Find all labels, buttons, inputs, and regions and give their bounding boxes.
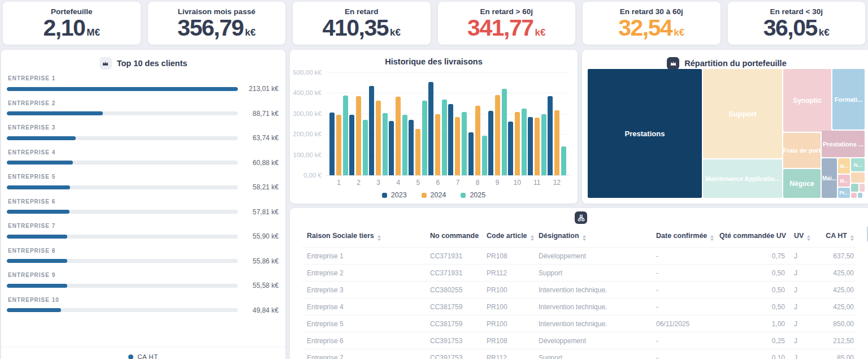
bar-2023[interactable] bbox=[528, 117, 533, 175]
treemap-tile-m-[interactable]: M... bbox=[838, 175, 850, 187]
treemap-tile[interactable] bbox=[851, 193, 857, 198]
table-row[interactable]: Entreprise 3CC380255PR100Intervention te… bbox=[302, 282, 856, 299]
treemap-tile-maintenance-applicatio-[interactable]: Maintenance Applicatio... bbox=[703, 159, 782, 198]
treemap-tile-pr-[interactable]: Pr... bbox=[838, 188, 850, 198]
bar[interactable] bbox=[7, 259, 67, 263]
bar-2023[interactable] bbox=[448, 104, 453, 175]
table-cell: 850,00 bbox=[813, 315, 856, 332]
column-header-sort[interactable]: Date confirmée bbox=[652, 227, 715, 248]
legend-item-2025[interactable]: 2025 bbox=[461, 191, 485, 199]
bar-2024[interactable] bbox=[415, 129, 420, 175]
bar[interactable] bbox=[7, 136, 76, 140]
bar-2024[interactable] bbox=[376, 101, 381, 175]
bar-2025[interactable] bbox=[462, 112, 467, 175]
month-group bbox=[528, 72, 546, 175]
column-header-sort[interactable]: Qté commandée UV bbox=[715, 227, 789, 248]
bar[interactable] bbox=[7, 161, 73, 165]
treemap-tile-frais-de-port[interactable]: Frais de port bbox=[783, 133, 821, 168]
bar-2024[interactable] bbox=[396, 97, 401, 175]
bar-2024[interactable] bbox=[475, 106, 480, 175]
table-row[interactable]: Entreprise 2CC371931PR112Support-0,50J42… bbox=[302, 265, 856, 282]
bar-track bbox=[7, 111, 238, 115]
bar-2025[interactable] bbox=[343, 96, 348, 175]
bar-2023[interactable] bbox=[428, 82, 433, 175]
column-header-sort[interactable]: UV bbox=[789, 227, 813, 248]
bar-2024[interactable] bbox=[515, 112, 520, 175]
kpi-unit: k€ bbox=[819, 27, 830, 38]
bar-2023[interactable] bbox=[508, 122, 513, 175]
column-header-sort[interactable]: CA HT bbox=[813, 227, 856, 248]
hierarchy-icon-button[interactable] bbox=[575, 211, 587, 224]
bar[interactable] bbox=[7, 235, 67, 239]
bar-2024[interactable] bbox=[554, 110, 559, 175]
bar-2025[interactable] bbox=[422, 101, 427, 175]
treemap-tile[interactable] bbox=[860, 184, 865, 192]
bar-2023[interactable] bbox=[389, 121, 394, 175]
treemap-tile-mai-[interactable]: Mai... bbox=[822, 158, 837, 198]
top10-legend: CA HT bbox=[1, 347, 285, 359]
bar-2024[interactable] bbox=[535, 118, 540, 175]
treemap-tile-n-[interactable]: N... bbox=[851, 158, 865, 171]
bar-2024[interactable] bbox=[435, 114, 440, 175]
table-cell: Entreprise 1 bbox=[302, 248, 426, 265]
bar-track bbox=[7, 284, 238, 288]
bar[interactable] bbox=[7, 210, 70, 214]
treemap-tile-support[interactable]: Support bbox=[703, 69, 782, 158]
bar-2025[interactable] bbox=[363, 120, 368, 175]
treemap-tile-formati-[interactable]: Formati... bbox=[832, 69, 865, 129]
table-row[interactable]: Entreprise 6CC391753PR108Développement-0… bbox=[302, 332, 856, 349]
table-cell: 0,75 bbox=[715, 248, 789, 265]
legend-item-2023[interactable]: 2023 bbox=[382, 191, 407, 199]
bar-2023[interactable] bbox=[329, 113, 335, 175]
table-row[interactable]: Entreprise 1CC371931PR108Développement-0… bbox=[302, 248, 856, 265]
bar-2025[interactable] bbox=[482, 136, 487, 175]
bar-2023[interactable] bbox=[349, 115, 354, 175]
bar-2025[interactable] bbox=[561, 146, 566, 175]
bar-2025[interactable] bbox=[522, 109, 527, 175]
table-cell: Développement bbox=[534, 332, 652, 349]
bar[interactable] bbox=[7, 284, 67, 288]
treemap-tile[interactable] bbox=[851, 184, 858, 192]
bar[interactable] bbox=[7, 185, 70, 189]
column-header-sort[interactable]: Code article bbox=[482, 227, 534, 248]
treemap-tile[interactable] bbox=[851, 172, 865, 183]
bar[interactable] bbox=[7, 111, 103, 115]
treemap-tile-n-goce[interactable]: Négoce bbox=[783, 169, 821, 198]
table-row[interactable]: Entreprise 4CC381759PR100Intervention te… bbox=[302, 299, 856, 315]
orders-table-card: Raison Sociale tiersNo commandeCode arti… bbox=[290, 208, 868, 359]
bar-2024[interactable] bbox=[356, 96, 361, 175]
legend-item-2024[interactable]: 2024 bbox=[422, 191, 446, 199]
bar-2023[interactable] bbox=[409, 120, 414, 175]
column-header-sort[interactable]: No commande bbox=[426, 227, 482, 248]
treemap-tile-synoptic[interactable]: Synoptic bbox=[783, 69, 831, 132]
legend-swatch bbox=[422, 193, 427, 198]
table-row[interactable]: Entreprise 7CC391753PR112Support-0,10J85… bbox=[302, 349, 856, 359]
bar-2025[interactable] bbox=[402, 115, 407, 175]
bar-2023[interactable] bbox=[468, 132, 474, 175]
bar-2025[interactable] bbox=[442, 100, 447, 175]
bar-2025[interactable] bbox=[502, 89, 507, 175]
kpi-card-3: En retard410,35k€ bbox=[293, 2, 431, 45]
treemap-tile-prestations-[interactable]: Prestations ... bbox=[822, 131, 865, 157]
top10-row: ENTREPRISE 558,21 k€ bbox=[7, 174, 279, 191]
bar-2023[interactable] bbox=[548, 96, 553, 176]
bar-2024[interactable] bbox=[455, 117, 460, 175]
history-card-title: Historique des livraisons bbox=[385, 57, 482, 66]
table-row[interactable]: Entreprise 5CC381759PR100Intervention te… bbox=[302, 315, 856, 332]
table-cell: - bbox=[652, 332, 715, 349]
treemap-tile[interactable] bbox=[858, 193, 862, 198]
bar-2024[interactable] bbox=[336, 115, 341, 175]
sort-up-arrow bbox=[850, 235, 854, 237]
bar-2025[interactable] bbox=[541, 114, 546, 175]
bar[interactable] bbox=[7, 87, 238, 91]
bar-2025[interactable] bbox=[383, 113, 388, 175]
bar-2023[interactable] bbox=[488, 111, 493, 175]
bar-row: 55,86 k€ bbox=[7, 257, 279, 265]
bar-2023[interactable] bbox=[369, 86, 374, 175]
column-header-sort[interactable]: Raison Sociale tiers bbox=[302, 227, 426, 248]
treemap-tile-prestations[interactable]: Prestations bbox=[588, 69, 702, 198]
column-header-sort[interactable]: Désignation bbox=[534, 227, 652, 248]
treemap-tile-m-[interactable]: M... bbox=[838, 158, 850, 174]
bar-2024[interactable] bbox=[495, 95, 500, 175]
bar[interactable] bbox=[7, 308, 61, 312]
